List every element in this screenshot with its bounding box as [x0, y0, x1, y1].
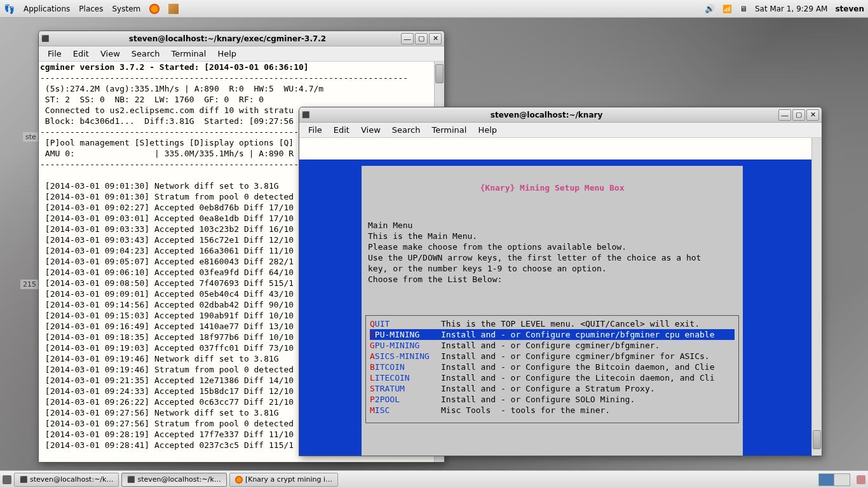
- menubar: File Edit View Search Terminal Help: [39, 46, 444, 62]
- taskbar-button[interactable]: [Knary a crypt mining i…: [229, 473, 338, 487]
- places-menu[interactable]: Places: [79, 4, 103, 13]
- menu-view[interactable]: View: [356, 124, 386, 136]
- menu-help[interactable]: Help: [473, 124, 502, 136]
- menu-help[interactable]: Help: [212, 48, 241, 60]
- applications-menu[interactable]: Applications: [24, 4, 70, 13]
- menubar: File Edit View Search Terminal Help: [299, 123, 822, 138]
- desktop-icon-label[interactable]: 215: [20, 280, 39, 289]
- menu-item-bitcoin[interactable]: BITCOINInstall and - or Configure the Bi…: [370, 362, 735, 372]
- dialog-box: {Knary} Mining Setup Menu Box Main Menu …: [362, 166, 743, 456]
- top-panel: 👣 Applications Places System Sat Mar 1, …: [0, 0, 868, 18]
- menu-item-cpu-mining[interactable]: CPU-MININGInstall and - or Configure cpu…: [370, 329, 735, 340]
- menu-search[interactable]: Search: [387, 124, 426, 136]
- task-label: steven@localhost:~/k…: [137, 475, 220, 484]
- firefox-launcher-icon[interactable]: [149, 4, 159, 14]
- menu-item-p2pool[interactable]: P2POOLInstall and - or Configure SOLO Mi…: [370, 394, 735, 405]
- menu-edit[interactable]: Edit: [329, 124, 355, 136]
- titlebar[interactable]: steven@localhost:~/knary — ▢ ✕: [299, 107, 822, 123]
- maximize-button[interactable]: ▢: [792, 109, 805, 121]
- menu-view[interactable]: View: [95, 48, 125, 60]
- menu-item-gpu-mining[interactable]: GPU-MININGInstall and - or Configure cgm…: [370, 340, 735, 351]
- window-title: steven@localhost:~/knary: [315, 111, 778, 119]
- terminal-icon: [127, 475, 135, 484]
- workspace-1[interactable]: [819, 474, 834, 485]
- menu-item-misc[interactable]: MISCMisc Tools - tools for the miner.: [370, 405, 735, 416]
- scroll-thumb[interactable]: [435, 64, 444, 83]
- window-title: steven@localhost:~/knary/exec/cgminer-3.…: [54, 34, 401, 43]
- show-desktop-icon[interactable]: [3, 475, 11, 484]
- minimize-button[interactable]: —: [401, 33, 414, 44]
- desktop-icon-label[interactable]: ste: [23, 132, 39, 142]
- workspace-2[interactable]: [834, 474, 850, 485]
- workspace-switcher[interactable]: [818, 473, 850, 486]
- close-button[interactable]: ✕: [806, 109, 819, 121]
- clock[interactable]: Sat Mar 1, 9:29 AM: [755, 4, 828, 13]
- terminal-window-knary[interactable]: steven@localhost:~/knary — ▢ ✕ File Edit…: [299, 107, 822, 456]
- menu-item-asics-mining[interactable]: ASICS-MININGInstall and - or Configure c…: [370, 351, 735, 362]
- menu-terminal[interactable]: Terminal: [166, 48, 211, 60]
- task-label: [Knary a crypt mining i…: [245, 475, 332, 484]
- menu-item-quit[interactable]: QUITThis is the TOP LEVEL menu. <QUIT/Ca…: [370, 318, 735, 329]
- taskbar-button[interactable]: steven@localhost:~/k…: [14, 473, 119, 487]
- gnome-menu-icon[interactable]: 👣: [4, 4, 15, 14]
- taskbar-button[interactable]: steven@localhost:~/k…: [121, 473, 226, 487]
- minimize-button[interactable]: —: [778, 109, 791, 121]
- system-menu[interactable]: System: [112, 4, 140, 13]
- task-label: steven@localhost:~/k…: [30, 475, 113, 484]
- menu-item-litecoin[interactable]: LITECOINInstall and - or Configure the L…: [370, 372, 735, 383]
- menu-search[interactable]: Search: [126, 48, 165, 60]
- terminal-icon: [20, 475, 27, 484]
- menu-terminal[interactable]: Terminal: [426, 124, 471, 136]
- menu-item-stratum[interactable]: STRATUMInstall and - or Configure a Stra…: [370, 383, 735, 394]
- bottom-panel: steven@localhost:~/k… steven@localhost:~…: [0, 470, 868, 488]
- dialog-intro: Main Menu This is the Main Menu. Please …: [362, 220, 743, 290]
- titlebar[interactable]: steven@localhost:~/knary/exec/cgminer-3.…: [39, 31, 444, 46]
- menu-edit[interactable]: Edit: [68, 48, 94, 60]
- display-icon[interactable]: [740, 4, 747, 13]
- terminal-icon: [302, 110, 312, 120]
- terminal-output[interactable]: {Knary} Mining Setup Menu Box Main Menu …: [299, 138, 811, 456]
- firefox-icon: [235, 476, 243, 484]
- menu-file[interactable]: File: [43, 48, 67, 60]
- network-icon[interactable]: [722, 4, 732, 13]
- dialog-title: {Knary} Mining Setup Menu Box: [362, 182, 743, 193]
- close-button[interactable]: ✕: [429, 33, 442, 44]
- scroll-thumb[interactable]: [813, 430, 821, 449]
- package-manager-icon[interactable]: [168, 4, 179, 14]
- user-menu[interactable]: steven: [835, 4, 864, 13]
- maximize-button[interactable]: ▢: [415, 33, 428, 44]
- scrollbar[interactable]: [811, 138, 822, 456]
- trash-icon[interactable]: [857, 475, 865, 484]
- dialog-menu-list[interactable]: QUITThis is the TOP LEVEL menu. <QUIT/Ca…: [365, 315, 739, 423]
- menu-file[interactable]: File: [303, 124, 327, 136]
- terminal-icon: [41, 34, 51, 44]
- volume-icon[interactable]: [705, 4, 715, 13]
